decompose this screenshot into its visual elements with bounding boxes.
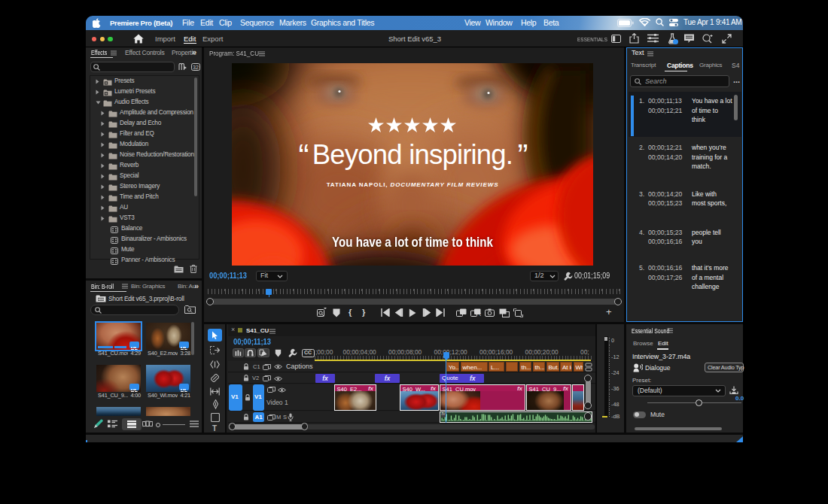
svg-text:o: o: [479, 311, 481, 317]
svg-text:32: 32: [193, 65, 199, 70]
